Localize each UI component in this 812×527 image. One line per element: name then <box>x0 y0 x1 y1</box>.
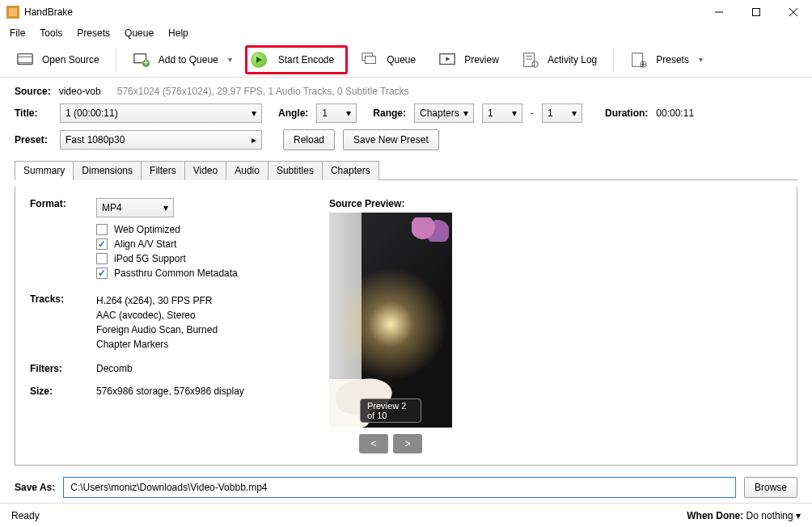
tab-audio[interactable]: Audio <box>226 161 269 180</box>
save-as-label: Save As: <box>15 482 55 493</box>
range-type-select[interactable]: Chapters▾ <box>414 103 474 123</box>
web-optimized-checkbox[interactable] <box>96 224 108 235</box>
menubar: File Tools Presets Queue Help <box>0 24 812 42</box>
source-label: Source: <box>15 86 51 97</box>
chevron-down-icon: ▾ <box>163 202 168 213</box>
svg-rect-17 <box>524 53 535 66</box>
tab-video[interactable]: Video <box>184 161 226 180</box>
app-logo-icon <box>6 6 19 19</box>
preview-icon <box>438 51 456 69</box>
window-title: HandBrake <box>24 6 700 18</box>
tab-summary[interactable]: Summary <box>15 161 74 180</box>
status-text: Ready <box>11 510 40 521</box>
angle-select[interactable]: 1▾ <box>316 103 357 123</box>
menu-file[interactable]: File <box>3 26 32 40</box>
add-to-queue-button[interactable]: + Add to Queue ▾ <box>123 45 242 74</box>
svg-marker-16 <box>446 57 450 61</box>
tracks-info: H.264 (x264), 30 FPS PFR AAC (avcodec), … <box>96 293 218 352</box>
align-av-checkbox[interactable] <box>96 238 108 250</box>
preview-counter: Preview 2 of 10 <box>360 398 421 423</box>
preview-button[interactable]: Preview <box>429 45 509 74</box>
svg-text:+: + <box>143 57 148 67</box>
chevron-right-icon: ▸ <box>252 134 256 145</box>
tracks-label: Tracks: <box>30 293 96 352</box>
save-as-input[interactable] <box>63 477 736 498</box>
size-value: 576x986 storage, 576x986 display <box>96 386 244 397</box>
svg-rect-3 <box>753 9 760 16</box>
activity-log-button[interactable]: Activity Log <box>512 45 607 74</box>
toolbar-divider <box>613 48 614 72</box>
preset-label: Preset: <box>15 134 52 145</box>
format-select[interactable]: MP4▾ <box>96 198 174 217</box>
range-separator: - <box>531 108 534 119</box>
format-label: Format: <box>30 198 96 282</box>
tab-filters[interactable]: Filters <box>141 161 185 180</box>
status-bar: Ready When Done: Do nothing ▾ <box>0 503 812 527</box>
source-preview-image: Preview 2 of 10 <box>329 213 452 428</box>
play-icon <box>251 52 267 68</box>
tab-chapters[interactable]: Chapters <box>322 161 379 180</box>
toolbar: Open Source + Add to Queue ▾ Start Encod… <box>0 42 812 78</box>
tab-dimensions[interactable]: Dimensions <box>73 161 142 180</box>
svg-marker-12 <box>256 57 262 63</box>
close-button[interactable] <box>775 0 812 24</box>
minimize-button[interactable] <box>700 0 738 24</box>
reload-button[interactable]: Reload <box>283 129 335 150</box>
preview-prev-button[interactable]: < <box>359 434 388 453</box>
add-to-queue-icon: + <box>133 51 150 69</box>
presets-button[interactable]: Presets ▾ <box>620 45 713 74</box>
menu-help[interactable]: Help <box>162 26 195 40</box>
presets-icon <box>630 51 648 69</box>
svg-rect-21 <box>632 53 643 66</box>
menu-tools[interactable]: Tools <box>33 26 69 40</box>
title-select[interactable]: 1 (00:00:11)▾ <box>60 103 262 123</box>
open-source-icon <box>16 51 34 69</box>
filters-value: Decomb <box>96 363 133 374</box>
chevron-down-icon: ▾ <box>699 55 703 64</box>
range-label: Range: <box>373 108 406 119</box>
duration-value: 00:00:11 <box>656 108 694 119</box>
when-done-select[interactable]: Do nothing ▾ <box>746 510 801 521</box>
chevron-down-icon: ▾ <box>796 510 801 521</box>
source-meta: 576x1024 (576x1024), 29.97 FPS, 1 Audio … <box>117 86 409 97</box>
range-from-select[interactable]: 1▾ <box>482 103 522 123</box>
tab-subtitles[interactable]: Subtitles <box>268 161 323 180</box>
duration-label: Duration: <box>605 108 648 119</box>
titlebar: HandBrake <box>0 0 812 24</box>
svg-rect-1 <box>9 8 17 16</box>
preview-next-button[interactable]: > <box>393 434 422 453</box>
start-encode-button[interactable]: Start Encode <box>245 45 348 74</box>
title-label: Title: <box>15 108 52 119</box>
save-new-preset-button[interactable]: Save New Preset <box>343 129 439 150</box>
chevron-down-icon: ▾ <box>572 108 577 119</box>
size-label: Size: <box>30 386 96 397</box>
svg-point-20 <box>532 61 538 66</box>
svg-rect-14 <box>366 56 376 63</box>
source-name: video-vob <box>59 86 101 97</box>
browse-button[interactable]: Browse <box>744 477 797 498</box>
ipod-checkbox[interactable] <box>96 253 108 264</box>
angle-label: Angle: <box>278 108 308 119</box>
open-source-button[interactable]: Open Source <box>6 45 109 74</box>
filters-label: Filters: <box>30 363 96 374</box>
menu-presets[interactable]: Presets <box>70 26 116 40</box>
queue-icon <box>361 51 379 69</box>
chevron-down-icon: ▾ <box>463 108 468 119</box>
tabs: Summary Dimensions Filters Video Audio S… <box>15 160 797 180</box>
menu-queue[interactable]: Queue <box>118 26 160 40</box>
range-to-select[interactable]: 1▾ <box>542 103 582 123</box>
maximize-button[interactable] <box>738 0 775 24</box>
toolbar-divider <box>116 48 116 72</box>
chevron-down-icon: ▾ <box>512 108 517 119</box>
chevron-down-icon: ▾ <box>228 55 232 64</box>
preset-select[interactable]: Fast 1080p30▸ <box>60 130 262 150</box>
passthru-checkbox[interactable] <box>96 268 108 279</box>
when-done-label: When Done: <box>687 510 743 521</box>
chevron-down-icon: ▾ <box>346 108 351 119</box>
chevron-down-icon: ▾ <box>252 108 256 119</box>
preview-title: Source Preview: <box>329 198 452 209</box>
queue-button[interactable]: Queue <box>351 45 425 74</box>
activity-log-icon <box>522 51 539 69</box>
tab-body: Format: MP4▾ Web Optimized Align A/V Sta… <box>15 187 797 466</box>
